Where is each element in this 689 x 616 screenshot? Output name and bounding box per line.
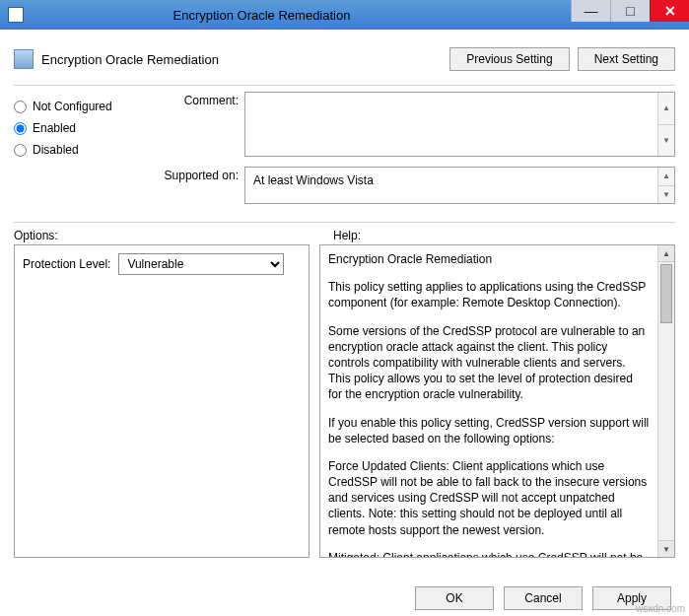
footer-buttons: OK Cancel Apply	[415, 586, 671, 610]
scroll-up-icon[interactable]: ▲	[658, 168, 674, 186]
scroll-thumb[interactable]	[660, 264, 672, 323]
config-area: Not Configured Enabled Disabled Comment:…	[14, 92, 675, 214]
policy-title: Encryption Oracle Remediation	[41, 52, 219, 67]
separator	[14, 85, 675, 86]
help-paragraph: If you enable this policy setting, CredS…	[328, 415, 650, 446]
scroll-down-icon[interactable]: ▼	[658, 540, 674, 557]
previous-setting-button[interactable]: Previous Setting	[449, 47, 569, 71]
protection-level-select[interactable]: Vulnerable	[118, 253, 284, 275]
cancel-button[interactable]: Cancel	[504, 586, 583, 610]
help-title: Encryption Oracle Remediation	[328, 251, 650, 267]
header-row: Encryption Oracle Remediation Previous S…	[14, 47, 675, 71]
scroll-down-icon[interactable]: ▼	[658, 125, 674, 157]
comment-textarea[interactable]	[245, 93, 657, 156]
ok-button[interactable]: OK	[415, 586, 494, 610]
radio-not-configured-label: Not Configured	[33, 100, 112, 113]
help-panel: Encryption Oracle Remediation This polic…	[319, 244, 675, 558]
protection-level-label: Protection Level:	[23, 257, 110, 271]
policy-icon	[14, 49, 34, 69]
help-paragraph: Some versions of the CredSSP protocol ar…	[328, 323, 650, 403]
comment-scrollbar[interactable]: ▲ ▼	[657, 93, 674, 156]
radio-not-configured-input[interactable]	[14, 101, 27, 113]
dialog-body: Encryption Oracle Remediation Previous S…	[0, 30, 689, 558]
radio-disabled[interactable]: Disabled	[14, 143, 140, 157]
titlebar: Encryption Oracle Remediation — □ ✕	[0, 0, 689, 30]
radio-disabled-label: Disabled	[33, 143, 79, 157]
window-title: Encryption Oracle Remediation	[0, 8, 571, 23]
scroll-up-icon[interactable]: ▲	[658, 93, 674, 125]
separator	[14, 222, 675, 223]
options-panel: Protection Level: Vulnerable	[14, 244, 310, 558]
help-paragraph: Force Updated Clients: Client applicatio…	[328, 458, 650, 538]
supported-label: Supported on:	[160, 167, 244, 204]
supported-value: At least Windows Vista	[245, 168, 657, 203]
scroll-track[interactable]	[658, 262, 674, 540]
help-section-label: Help:	[333, 229, 361, 242]
radio-not-configured[interactable]: Not Configured	[14, 100, 140, 113]
radio-enabled-input[interactable]	[14, 122, 27, 135]
next-setting-button[interactable]: Next Setting	[578, 47, 675, 71]
close-button[interactable]: ✕	[650, 0, 689, 22]
radio-enabled[interactable]: Enabled	[14, 121, 140, 135]
scroll-up-icon[interactable]: ▲	[658, 245, 674, 262]
help-content: Encryption Oracle Remediation This polic…	[320, 245, 657, 557]
scroll-down-icon[interactable]: ▼	[658, 186, 674, 204]
options-section-label: Options:	[14, 229, 333, 242]
state-radios: Not Configured Enabled Disabled	[14, 92, 140, 214]
radio-enabled-label: Enabled	[33, 121, 76, 135]
window-controls: — □ ✕	[571, 0, 689, 30]
radio-disabled-input[interactable]	[14, 144, 27, 157]
supported-scrollbar[interactable]: ▲ ▼	[657, 168, 674, 203]
help-scrollbar[interactable]: ▲ ▼	[657, 245, 674, 557]
comment-label: Comment:	[160, 92, 244, 157]
minimize-button[interactable]: —	[571, 0, 610, 22]
help-paragraph: Mitigated: Client applications which use…	[328, 550, 650, 557]
help-paragraph: This policy setting applies to applicati…	[328, 279, 650, 310]
maximize-button[interactable]: □	[610, 0, 650, 22]
watermark: wsxdn.com	[636, 603, 685, 614]
